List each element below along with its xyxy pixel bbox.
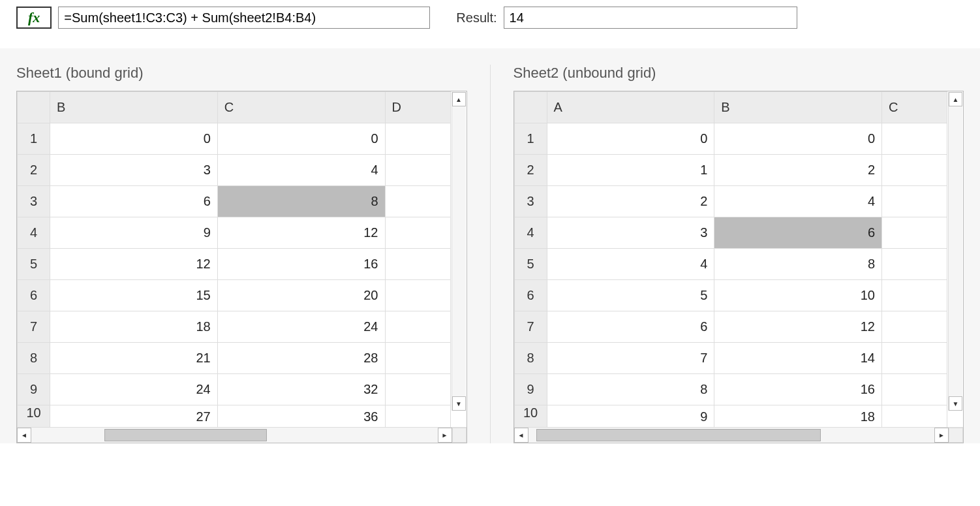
column-header-D[interactable]: D bbox=[385, 92, 450, 123]
cell-B8[interactable]: 21 bbox=[50, 343, 218, 374]
cell-A2[interactable]: 1 bbox=[547, 155, 714, 186]
scroll-down-icon[interactable]: ▼ bbox=[452, 396, 466, 411]
sheet2-table[interactable]: ABC100212324436548651076128714981610918 bbox=[514, 91, 964, 427]
cell-C10[interactable] bbox=[882, 405, 947, 428]
cell-B4[interactable]: 6 bbox=[714, 217, 882, 249]
cell-B3[interactable]: 6 bbox=[50, 186, 218, 217]
scroll-right-icon[interactable]: ► bbox=[438, 428, 452, 443]
cell-C9[interactable]: 32 bbox=[217, 374, 385, 405]
row-header-1[interactable]: 1 bbox=[18, 123, 50, 155]
column-header-C[interactable]: C bbox=[217, 92, 385, 123]
cell-D5[interactable] bbox=[385, 249, 450, 280]
row-header-5[interactable]: 5 bbox=[18, 249, 50, 280]
cell-D7[interactable] bbox=[385, 311, 450, 343]
cell-D8[interactable] bbox=[385, 343, 450, 374]
cell-C7[interactable] bbox=[882, 311, 947, 343]
cell-B9[interactable]: 24 bbox=[50, 374, 218, 405]
row-header-7[interactable]: 7 bbox=[514, 311, 547, 343]
cell-B9[interactable]: 16 bbox=[714, 374, 882, 405]
scroll-down-icon[interactable]: ▼ bbox=[949, 396, 962, 411]
formula-input[interactable] bbox=[58, 7, 430, 29]
cell-A8[interactable]: 7 bbox=[547, 343, 714, 374]
scroll-left-icon[interactable]: ◄ bbox=[514, 428, 528, 443]
cell-D9[interactable] bbox=[385, 374, 450, 405]
cell-C1[interactable] bbox=[882, 123, 947, 155]
cell-B6[interactable]: 10 bbox=[714, 280, 882, 311]
cell-C2[interactable]: 4 bbox=[217, 155, 385, 186]
row-header-9[interactable]: 9 bbox=[18, 374, 50, 405]
cell-C4[interactable]: 12 bbox=[217, 217, 385, 249]
column-header-B[interactable]: B bbox=[50, 92, 218, 123]
cell-C8[interactable] bbox=[882, 343, 947, 374]
row-header-2[interactable]: 2 bbox=[514, 155, 547, 186]
cell-A9[interactable]: 8 bbox=[547, 374, 714, 405]
row-header-8[interactable]: 8 bbox=[514, 343, 547, 374]
sheet1-vscrollbar[interactable]: ▲ ▼ bbox=[452, 92, 466, 411]
sheet2-hscrollbar[interactable]: ◄ ► bbox=[514, 427, 964, 443]
cell-B5[interactable]: 12 bbox=[50, 249, 218, 280]
row-header-6[interactable]: 6 bbox=[18, 280, 50, 311]
cell-C7[interactable]: 24 bbox=[217, 311, 385, 343]
cell-A10[interactable]: 9 bbox=[547, 405, 714, 428]
cell-B7[interactable]: 18 bbox=[50, 311, 218, 343]
cell-C2[interactable] bbox=[882, 155, 947, 186]
scroll-left-icon[interactable]: ◄ bbox=[17, 428, 31, 443]
cell-C8[interactable]: 28 bbox=[217, 343, 385, 374]
cell-B2[interactable]: 2 bbox=[714, 155, 882, 186]
row-header-4[interactable]: 4 bbox=[18, 217, 50, 249]
cell-C5[interactable] bbox=[882, 249, 947, 280]
row-header-blank[interactable] bbox=[18, 92, 50, 123]
cell-B4[interactable]: 9 bbox=[50, 217, 218, 249]
column-header-A[interactable]: A bbox=[547, 92, 714, 123]
row-header-2[interactable]: 2 bbox=[18, 155, 50, 186]
cell-B5[interactable]: 8 bbox=[714, 249, 882, 280]
sheet2-vscrollbar[interactable]: ▲ ▼ bbox=[948, 92, 962, 411]
cell-C9[interactable] bbox=[882, 374, 947, 405]
cell-C10[interactable]: 36 bbox=[217, 405, 385, 428]
cell-C4[interactable] bbox=[882, 217, 947, 249]
cell-A4[interactable]: 3 bbox=[547, 217, 714, 249]
row-header-7[interactable]: 7 bbox=[18, 311, 50, 343]
cell-A6[interactable]: 5 bbox=[547, 280, 714, 311]
cell-C1[interactable]: 0 bbox=[217, 123, 385, 155]
cell-D3[interactable] bbox=[385, 186, 450, 217]
sheet1-hscrollbar[interactable]: ◄ ► bbox=[17, 427, 467, 443]
scroll-up-icon[interactable]: ▲ bbox=[949, 92, 962, 106]
scroll-up-icon[interactable]: ▲ bbox=[452, 92, 466, 106]
scroll-right-icon[interactable]: ► bbox=[934, 428, 949, 443]
cell-D6[interactable] bbox=[385, 280, 450, 311]
cell-B1[interactable]: 0 bbox=[714, 123, 882, 155]
row-header-5[interactable]: 5 bbox=[514, 249, 547, 280]
cell-A3[interactable]: 2 bbox=[547, 186, 714, 217]
cell-B1[interactable]: 0 bbox=[50, 123, 218, 155]
row-header-1[interactable]: 1 bbox=[514, 123, 547, 155]
cell-A5[interactable]: 4 bbox=[547, 249, 714, 280]
cell-D2[interactable] bbox=[385, 155, 450, 186]
cell-D4[interactable] bbox=[385, 217, 450, 249]
sheet1-table[interactable]: BCD1002343684912512166152071824821289243… bbox=[17, 91, 467, 427]
column-header-C[interactable]: C bbox=[882, 92, 947, 123]
cell-D1[interactable] bbox=[385, 123, 450, 155]
cell-C3[interactable] bbox=[882, 186, 947, 217]
row-header-9[interactable]: 9 bbox=[514, 374, 547, 405]
row-header-10[interactable]: 10 bbox=[18, 405, 50, 428]
cell-B10[interactable]: 18 bbox=[714, 405, 882, 428]
cell-B2[interactable]: 3 bbox=[50, 155, 218, 186]
cell-D10[interactable] bbox=[385, 405, 450, 428]
row-header-4[interactable]: 4 bbox=[514, 217, 547, 249]
cell-C6[interactable] bbox=[882, 280, 947, 311]
cell-A1[interactable]: 0 bbox=[547, 123, 714, 155]
cell-A7[interactable]: 6 bbox=[547, 311, 714, 343]
cell-C6[interactable]: 20 bbox=[217, 280, 385, 311]
row-header-3[interactable]: 3 bbox=[18, 186, 50, 217]
result-input[interactable] bbox=[504, 7, 797, 29]
cell-B10[interactable]: 27 bbox=[50, 405, 218, 428]
column-header-B[interactable]: B bbox=[714, 92, 882, 123]
cell-B8[interactable]: 14 bbox=[714, 343, 882, 374]
row-header-10[interactable]: 10 bbox=[514, 405, 547, 428]
cell-C3[interactable]: 8 bbox=[217, 186, 385, 217]
row-header-blank[interactable] bbox=[514, 92, 547, 123]
row-header-6[interactable]: 6 bbox=[514, 280, 547, 311]
cell-B7[interactable]: 12 bbox=[714, 311, 882, 343]
row-header-8[interactable]: 8 bbox=[18, 343, 50, 374]
